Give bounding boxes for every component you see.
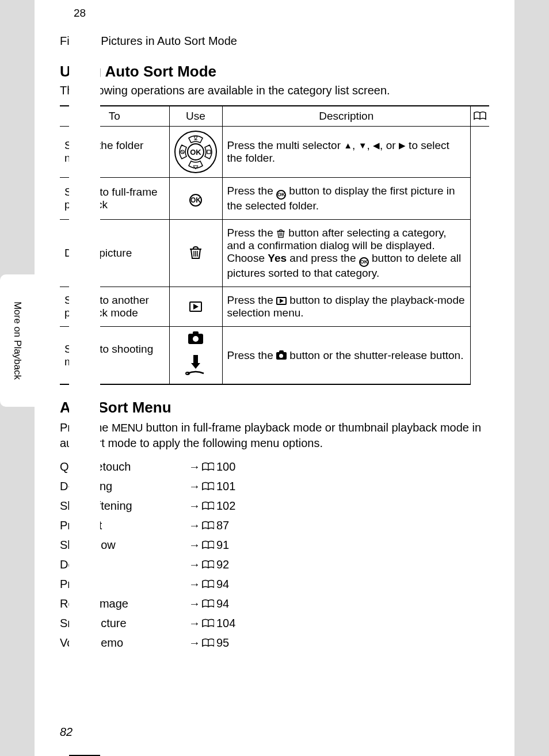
book-icon [473, 111, 487, 121]
row2-desc: Press the button after selecting a categ… [222, 220, 471, 287]
trash-icon [276, 229, 285, 238]
list-item: Slide show→91 [60, 535, 489, 555]
row2-use [169, 220, 222, 287]
page-number: 82 [60, 726, 73, 739]
arrow-right-icon: → [189, 539, 200, 552]
section2-title: Auto Sort Menu [60, 399, 489, 417]
col-use: Use [169, 106, 222, 127]
table-row: Switch to another playback mode Press th… [60, 287, 489, 327]
ok-button-icon: OK [359, 257, 369, 267]
book-icon [201, 540, 214, 549]
arrow-right-icon: → [189, 617, 200, 630]
page-header: Finding Pictures in Auto Sort Mode [60, 35, 489, 48]
arrow-right-icon: → [189, 519, 200, 532]
arrow-right-icon: → [189, 499, 200, 513]
arrow-right-icon: → [189, 558, 200, 571]
book-icon [201, 579, 214, 589]
row0-use [169, 127, 222, 178]
arrow-right-icon: → [189, 480, 200, 493]
table-row: Switch to shooting mode Press the button… [60, 327, 489, 385]
arrow-right-icon: → [189, 578, 200, 591]
camera-icon [188, 334, 203, 344]
list-item: Rotate image→94 [60, 594, 489, 613]
section2-intro: Press the MENU button in full-frame play… [60, 420, 489, 451]
book-icon [201, 599, 214, 608]
section1-intro: The following operations are available i… [60, 84, 489, 97]
menu-options-list: Quick retouch→100 D-Lighting→101 Skin so… [60, 457, 489, 652]
multi-selector-icon [171, 129, 221, 175]
row4-use [169, 327, 222, 385]
row1-use: OK [169, 178, 222, 220]
row4-page: 28 [69, 0, 100, 756]
row3-use [169, 287, 222, 327]
list-item: Small picture→104 [60, 613, 489, 633]
shutter-arrow-icon [184, 354, 207, 377]
up-triangle-icon: ▲ [344, 140, 352, 150]
book-icon [201, 638, 214, 647]
col-page [471, 106, 490, 127]
arrow-right-icon: → [189, 460, 200, 474]
left-triangle-icon: ◀ [373, 140, 380, 150]
row1-desc: Press the OK button to display the first… [222, 178, 471, 220]
manual-page: Finding Pictures in Auto Sort Mode Using… [35, 0, 514, 756]
table-row: Delete picture Press the button after se… [60, 220, 489, 287]
col-desc: Description [222, 106, 471, 127]
list-item: Delete→92 [60, 555, 489, 574]
menu-button-icon: MENU [112, 422, 143, 434]
book-icon [201, 501, 214, 510]
playback-icon [276, 297, 287, 305]
row4-desc: Press the button or the shutter-release … [222, 327, 471, 385]
book-icon [201, 618, 214, 628]
book-icon [201, 521, 214, 530]
camera-icon [276, 352, 287, 360]
operations-table: To Use Description Select the folder nam… [60, 105, 489, 385]
ok-button-icon: OK [276, 190, 286, 200]
right-triangle-icon: ▶ [399, 140, 406, 150]
trash-icon [189, 246, 203, 259]
ok-button-icon: OK [189, 194, 202, 207]
list-item: Skin softening→102 [60, 496, 489, 516]
arrow-right-icon: → [189, 636, 200, 650]
book-icon [201, 482, 214, 491]
arrow-right-icon: → [189, 597, 200, 610]
book-icon [201, 462, 214, 471]
row0-desc: Press the multi selector ▲, ▼, ◀, or ▶ t… [222, 127, 471, 178]
list-item: Print set→87 [60, 516, 489, 535]
section1-title: Using Auto Sort Mode [60, 63, 489, 81]
table-row: Switch to full-frame playback OK Press t… [60, 178, 489, 220]
list-item: Quick retouch→100 [60, 457, 489, 476]
down-triangle-icon: ▼ [359, 140, 367, 150]
row3-desc: Press the button to display the playback… [222, 287, 471, 327]
list-item: Protect→94 [60, 574, 489, 594]
table-row: Select the folder name Press the multi s… [60, 127, 489, 178]
side-tab: More on Playback [0, 274, 35, 407]
book-icon [201, 560, 214, 569]
list-item: D-Lighting→101 [60, 476, 489, 496]
playback-icon [189, 301, 202, 312]
side-tab-label: More on Playback [12, 301, 23, 380]
list-item: Voice memo→95 [60, 633, 489, 652]
